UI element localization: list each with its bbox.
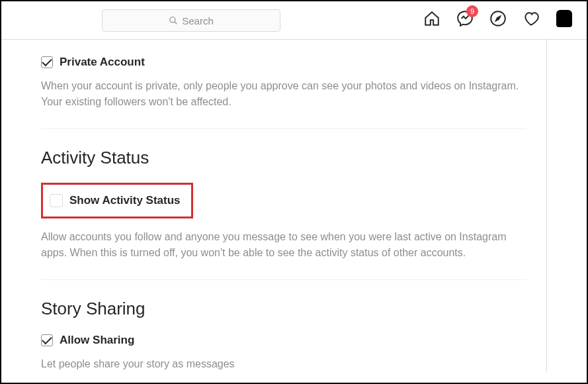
settings-content: Private Account When your account is pri… — [1, 40, 587, 383]
activity-button[interactable] — [522, 9, 540, 28]
search-input[interactable]: Search — [102, 9, 280, 32]
profile-button[interactable] — [555, 9, 573, 28]
private-account-label: Private Account — [60, 56, 145, 69]
private-account-checkbox[interactable] — [41, 56, 53, 68]
search-icon — [169, 16, 178, 25]
show-activity-highlight: Show Activity Status — [41, 183, 193, 218]
svg-point-0 — [170, 17, 175, 23]
home-button[interactable] — [423, 9, 441, 28]
allow-sharing-label: Allow Sharing — [60, 334, 134, 347]
allow-sharing-checkbox[interactable] — [41, 334, 53, 346]
messenger-button[interactable]: 9 — [456, 9, 474, 28]
private-account-description: When your account is private, only peopl… — [41, 78, 526, 110]
search-container: Search — [102, 9, 280, 32]
svg-marker-3 — [496, 17, 501, 21]
compass-icon — [489, 10, 507, 27]
show-activity-label: Show Activity Status — [69, 194, 181, 207]
search-placeholder-text: Search — [182, 15, 214, 26]
story-sharing-heading: Story Sharing — [41, 299, 526, 319]
activity-status-heading: Activity Status — [41, 148, 526, 168]
section-divider — [41, 128, 526, 129]
private-account-row: Private Account — [41, 56, 526, 69]
allow-sharing-row: Allow Sharing — [41, 334, 526, 347]
allow-sharing-description: Let people share your story as messages — [41, 356, 526, 372]
section-divider — [41, 279, 526, 280]
explore-button[interactable] — [489, 9, 507, 28]
nav-icons-group: 9 — [423, 9, 573, 28]
heart-icon — [523, 10, 540, 27]
show-activity-description: Allow accounts you follow and anyone you… — [41, 229, 526, 261]
top-navigation-bar: Search 9 — [1, 1, 587, 40]
home-icon — [423, 10, 441, 27]
messages-badge: 9 — [466, 5, 478, 17]
settings-scroll-area: Private Account When your account is pri… — [41, 40, 547, 372]
avatar — [556, 10, 572, 27]
svg-line-1 — [175, 22, 177, 24]
show-activity-checkbox[interactable] — [50, 194, 63, 207]
